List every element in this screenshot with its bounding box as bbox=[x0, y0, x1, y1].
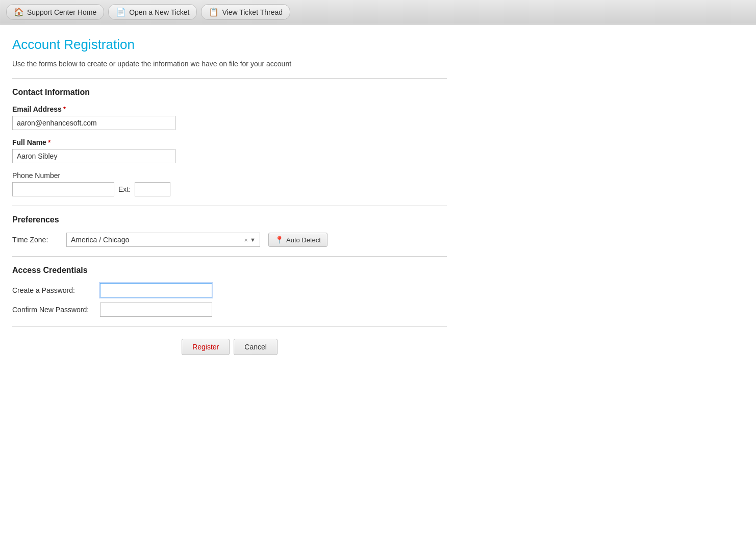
timezone-value: America / Chicago bbox=[71, 236, 244, 244]
credentials-section-title: Access Credentials bbox=[12, 266, 447, 275]
thread-icon: 📋 bbox=[209, 7, 219, 17]
email-label: Email Address* bbox=[12, 105, 447, 113]
confirm-password-row: Confirm New Password: bbox=[12, 303, 447, 317]
preferences-section-title: Preferences bbox=[12, 215, 447, 224]
divider-4 bbox=[12, 326, 447, 326]
ext-input[interactable] bbox=[135, 182, 170, 196]
email-form-group: Email Address* bbox=[12, 105, 447, 130]
create-password-row: Create a Password: bbox=[12, 283, 447, 297]
nav-label-open-new-ticket: Open a New Ticket bbox=[129, 8, 189, 16]
divider-2 bbox=[12, 206, 447, 206]
fullname-label: Full Name* bbox=[12, 138, 447, 146]
timezone-label: Time Zone: bbox=[12, 236, 58, 244]
email-required-star: * bbox=[63, 105, 66, 113]
home-icon: 🏠 bbox=[14, 7, 24, 17]
fullname-form-group: Full Name* bbox=[12, 138, 447, 163]
divider-1 bbox=[12, 78, 447, 79]
phone-label: Phone Number bbox=[12, 171, 447, 180]
ext-label: Ext: bbox=[118, 185, 131, 193]
timezone-dropdown-icon[interactable]: ▼ bbox=[250, 237, 256, 243]
credentials-section: Access Credentials Create a Password: Co… bbox=[12, 266, 447, 317]
timezone-select[interactable]: America / Chicago × ▼ bbox=[66, 233, 260, 247]
confirm-password-input[interactable] bbox=[100, 303, 212, 317]
email-input[interactable] bbox=[12, 116, 175, 130]
divider-3 bbox=[12, 256, 447, 257]
contact-section: Contact Information Email Address* Full … bbox=[12, 88, 447, 196]
phone-row: Ext: bbox=[12, 182, 447, 196]
page-title: Account Registration bbox=[12, 37, 447, 53]
timezone-controls: × ▼ bbox=[244, 236, 256, 244]
button-row: Register Cancel bbox=[12, 339, 447, 370]
fullname-required-star: * bbox=[48, 138, 51, 146]
page-description: Use the forms below to create or update … bbox=[12, 60, 447, 68]
nav-item-view-ticket-thread[interactable]: 📋 View Ticket Thread bbox=[201, 4, 290, 20]
auto-detect-button[interactable]: 📍 Auto Detect bbox=[268, 233, 327, 247]
nav-bar: 🏠 Support Center Home 📄 Open a New Ticke… bbox=[0, 0, 756, 24]
create-password-label: Create a Password: bbox=[12, 286, 94, 294]
auto-detect-label: Auto Detect bbox=[286, 236, 321, 244]
nav-label-view-ticket-thread: View Ticket Thread bbox=[222, 8, 283, 16]
ticket-icon: 📄 bbox=[116, 7, 126, 17]
nav-item-open-new-ticket[interactable]: 📄 Open a New Ticket bbox=[108, 4, 197, 20]
phone-input[interactable] bbox=[12, 182, 114, 196]
fullname-input[interactable] bbox=[12, 149, 175, 163]
nav-item-support-center-home[interactable]: 🏠 Support Center Home bbox=[6, 4, 104, 20]
register-button[interactable]: Register bbox=[182, 339, 230, 355]
contact-section-title: Contact Information bbox=[12, 88, 447, 97]
timezone-row: Time Zone: America / Chicago × ▼ 📍 Auto … bbox=[12, 233, 447, 247]
cancel-button[interactable]: Cancel bbox=[234, 339, 278, 355]
preferences-section: Preferences Time Zone: America / Chicago… bbox=[12, 215, 447, 247]
nav-label-support-center-home: Support Center Home bbox=[27, 8, 96, 16]
location-icon: 📍 bbox=[275, 236, 284, 244]
phone-form-group: Phone Number Ext: bbox=[12, 171, 447, 196]
timezone-clear-icon[interactable]: × bbox=[244, 236, 248, 244]
main-content: Account Registration Use the forms below… bbox=[0, 24, 459, 383]
confirm-password-label: Confirm New Password: bbox=[12, 306, 94, 314]
create-password-input[interactable] bbox=[100, 283, 212, 297]
